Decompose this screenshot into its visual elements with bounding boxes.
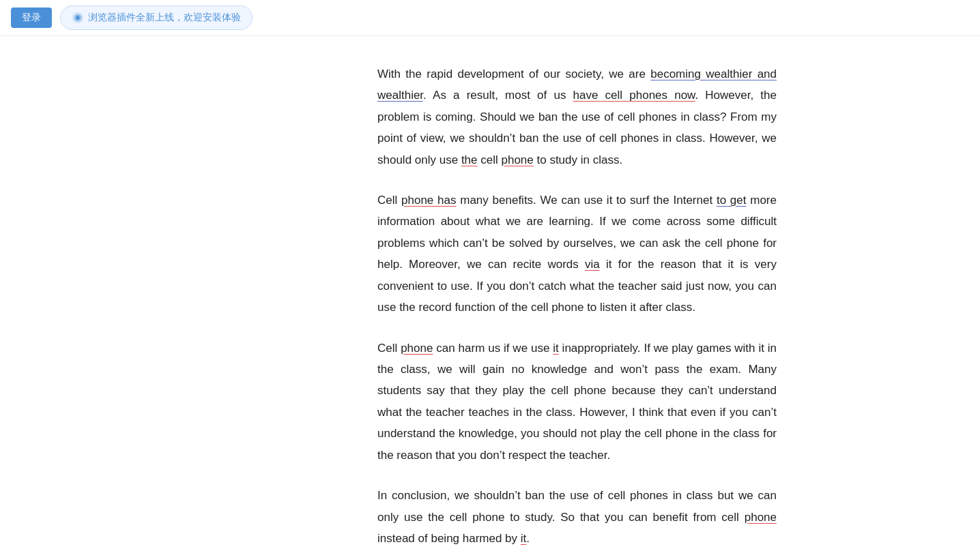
para2-link-phone-has: phone has: [401, 194, 456, 207]
paragraph-4: In conclusion, we shouldn’t ban the use …: [377, 485, 777, 549]
para4-end: instead of being harmed by: [377, 532, 521, 545]
para4-period: .: [526, 532, 530, 545]
paragraph-3: Cell phone can harm us if we use it inap…: [377, 338, 777, 466]
para4-link-phone: phone: [745, 511, 777, 524]
main-content: With the rapid development of our societ…: [183, 36, 797, 551]
para1-mid1: . As a result, most of us: [423, 89, 573, 102]
para3-link-phone: phone: [401, 342, 433, 355]
para3-mid2: inappropriately. If we play games with i…: [377, 342, 777, 462]
para1-link-the: the: [461, 153, 478, 166]
svg-point-2: [76, 16, 80, 19]
para1-link-have: have cell phones now: [573, 89, 695, 102]
para4-start: In conclusion, we shouldn’t ban the use …: [377, 489, 777, 523]
plugin-icon: [72, 12, 84, 24]
paragraph-1: With the rapid development of our societ…: [377, 63, 777, 170]
paragraph-2: Cell phone has many benefits. We can use…: [377, 190, 777, 318]
para2-mid1: many benefits. We can use it to surf the…: [456, 194, 716, 207]
para3-mid1: can harm us if we use: [433, 342, 553, 355]
para1-end: to study in class.: [534, 153, 622, 166]
para1-mid3: cell: [478, 153, 502, 166]
para1-link-phone: phone: [501, 153, 533, 166]
para3-start: Cell: [377, 342, 401, 355]
login-button[interactable]: 登录: [11, 8, 52, 28]
plugin-banner-label: 浏览器插件全新上线，欢迎安装体验: [88, 10, 241, 26]
plugin-banner[interactable]: 浏览器插件全新上线，欢迎安装体验: [60, 5, 253, 30]
para2-start: Cell: [377, 194, 401, 207]
para2-link-to-get: to get: [717, 194, 747, 207]
para2-link-via: via: [585, 258, 600, 271]
para3-link-it: it: [553, 342, 559, 355]
para1-start: With the rapid development of our societ…: [377, 68, 650, 80]
topbar: 登录 浏览器插件全新上线，欢迎安装体验: [0, 0, 980, 36]
